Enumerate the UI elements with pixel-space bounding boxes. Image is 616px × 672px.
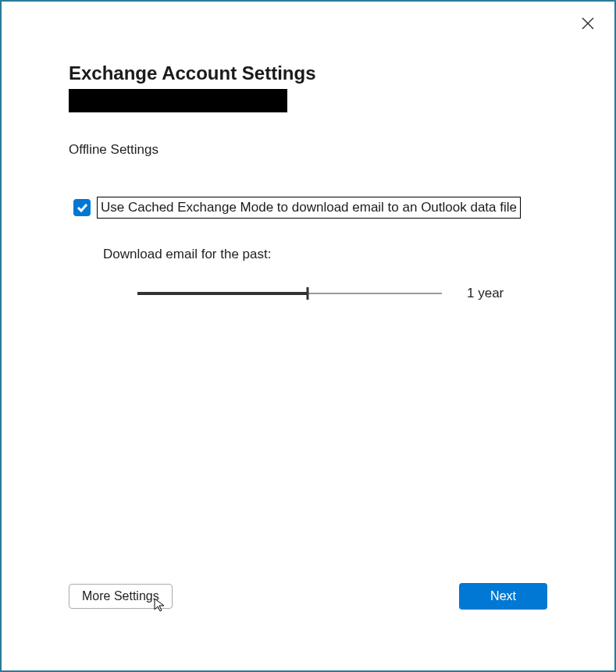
slider-row: 1 year xyxy=(137,284,547,303)
close-icon xyxy=(581,16,595,30)
next-label: Next xyxy=(490,589,516,603)
dialog-footer: More Settings Next xyxy=(69,583,547,610)
cached-mode-checkbox[interactable] xyxy=(73,199,91,216)
download-past-slider[interactable] xyxy=(137,284,442,303)
dialog-content: Exchange Account Settings Offline Settin… xyxy=(2,2,614,303)
page-title: Exchange Account Settings xyxy=(69,62,547,84)
cached-mode-row: Use Cached Exchange Mode to download ema… xyxy=(73,197,547,219)
slider-value-label: 1 year xyxy=(467,286,504,301)
offline-settings-label: Offline Settings xyxy=(69,142,547,158)
more-settings-button[interactable]: More Settings xyxy=(69,584,173,609)
download-past-label: Download email for the past: xyxy=(103,247,547,262)
next-button[interactable]: Next xyxy=(459,583,547,610)
email-redacted xyxy=(69,89,287,112)
cached-mode-label: Use Cached Exchange Mode to download ema… xyxy=(97,197,521,219)
slider-thumb xyxy=(307,287,309,300)
more-settings-label: More Settings xyxy=(82,589,159,603)
slider-filled xyxy=(137,292,308,295)
check-icon xyxy=(76,201,88,214)
close-button[interactable] xyxy=(579,14,597,33)
